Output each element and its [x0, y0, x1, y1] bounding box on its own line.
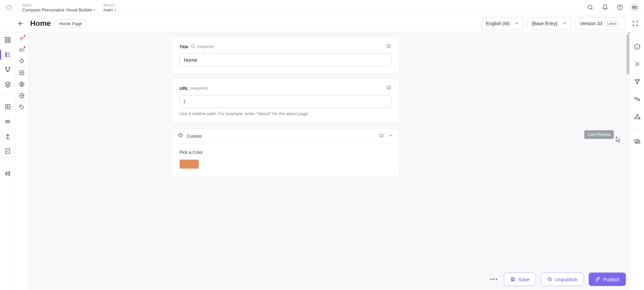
- svg-point-31: [493, 279, 494, 280]
- url-input[interactable]: [179, 95, 391, 108]
- stack-value: Compass Personalize Visual Builder: [22, 7, 92, 12]
- right-rail: [630, 32, 644, 290]
- svg-point-16: [9, 121, 10, 122]
- custom-group: Custom Pick a Color: [172, 129, 399, 177]
- comment-icon[interactable]: [386, 43, 391, 50]
- base-entry-selector[interactable]: [Base Entry]: [527, 17, 571, 30]
- url-field-card: URL (required) Use a relative path. For …: [172, 79, 399, 123]
- version-selector[interactable]: Version 33 Latest: [575, 17, 625, 30]
- svg-point-18: [9, 172, 10, 173]
- notifications-icon[interactable]: [600, 2, 610, 13]
- brand-logo[interactable]: [4, 2, 14, 12]
- svg-point-38: [638, 79, 639, 80]
- color-label: Pick a Color: [179, 150, 391, 155]
- nav-separator: [3, 95, 12, 96]
- chevron-up-icon[interactable]: [388, 133, 393, 140]
- scrollbar-thumb[interactable]: [627, 34, 629, 75]
- more-button[interactable]: [488, 274, 499, 285]
- fullscreen-button[interactable]: [629, 17, 641, 30]
- form-panel: Title (required) URL (requi: [172, 37, 399, 177]
- svg-rect-8: [5, 54, 6, 55]
- footer-actions: Save Unpublish Publish: [488, 273, 626, 286]
- unpublish-button[interactable]: Unpublish: [541, 273, 584, 286]
- stack-selector[interactable]: Stack Compass Personalize Visual Builder…: [22, 3, 95, 12]
- svg-point-2: [620, 9, 620, 9]
- svg-rect-3: [5, 38, 7, 40]
- content-type-badge[interactable]: Home Page: [55, 19, 87, 28]
- page-title: Home: [30, 19, 51, 28]
- language-selector[interactable]: English (M): [482, 17, 524, 30]
- nav-dashboard[interactable]: [2, 34, 13, 46]
- info-panel-icon[interactable]: [632, 42, 642, 52]
- stack-label: Stack: [22, 3, 95, 7]
- main-canvas: ▴ Title (required): [28, 32, 630, 290]
- save-button[interactable]: Save: [504, 273, 536, 286]
- info-icon[interactable]: [191, 44, 195, 49]
- extension-icon: [177, 133, 183, 140]
- title-input[interactable]: [179, 53, 391, 66]
- color-swatch[interactable]: [179, 159, 199, 169]
- field-extension-icon[interactable]: [17, 57, 26, 66]
- required-dot-icon: [24, 35, 25, 37]
- svg-rect-6: [8, 41, 10, 43]
- svg-point-20: [9, 175, 10, 176]
- nav-automation[interactable]: [2, 101, 13, 112]
- rail-separator: [633, 129, 641, 129]
- svg-point-15: [7, 121, 8, 122]
- svg-rect-7: [5, 52, 6, 53]
- nav-releases[interactable]: [2, 116, 13, 127]
- help-icon[interactable]: [614, 2, 625, 13]
- field-input-icon[interactable]: [17, 46, 26, 54]
- topbar: Stack Compass Personalize Visual Builder…: [0, 0, 644, 15]
- comments-panel-icon[interactable]: [632, 137, 642, 147]
- field-tag-icon[interactable]: [17, 103, 26, 111]
- settings-panel-icon[interactable]: [632, 59, 642, 69]
- svg-point-36: [636, 63, 638, 65]
- comment-icon[interactable]: [386, 85, 391, 92]
- url-required: (required): [191, 86, 208, 91]
- avatar[interactable]: RD: [631, 3, 639, 11]
- topbar-actions: RD: [585, 2, 639, 13]
- live-preview-icon[interactable]: [632, 94, 642, 104]
- nav-tasks[interactable]: [2, 145, 13, 157]
- nav-settings[interactable]: [2, 168, 13, 179]
- language-value: English (M): [486, 21, 510, 26]
- required-dot-icon: [24, 46, 25, 48]
- publish-label: Publish: [603, 277, 620, 282]
- add-comment-icon[interactable]: [379, 133, 384, 140]
- svg-point-30: [490, 279, 492, 280]
- svg-rect-44: [636, 141, 640, 144]
- page-header: Home Home Page English (M) [Base Entry] …: [0, 15, 644, 32]
- caret-down-icon: ▾: [114, 8, 116, 12]
- url-label: URL: [179, 86, 189, 91]
- nav-layers[interactable]: [2, 79, 13, 90]
- save-label: Save: [518, 277, 530, 282]
- left-nav: [0, 32, 15, 290]
- chevron-down-icon: [514, 21, 519, 27]
- field-text-icon[interactable]: [17, 34, 26, 43]
- field-grid-icon[interactable]: [17, 68, 26, 77]
- custom-group-title: Custom: [187, 134, 202, 139]
- fields-tray: [15, 32, 28, 290]
- nav-entries[interactable]: [2, 49, 13, 60]
- field-globe-icon[interactable]: [17, 80, 26, 89]
- svg-rect-4: [8, 38, 10, 40]
- title-field-card: Title (required): [172, 37, 399, 73]
- svg-point-32: [496, 279, 497, 280]
- components-panel-icon[interactable]: [632, 111, 642, 122]
- svg-point-19: [5, 173, 6, 174]
- nav-branches[interactable]: [2, 64, 13, 75]
- svg-rect-33: [512, 280, 514, 281]
- base-entry-value: [Base Entry]: [532, 21, 557, 26]
- field-globe-2-icon[interactable]: [17, 91, 26, 100]
- workflow-panel-icon[interactable]: [632, 77, 642, 87]
- publish-button[interactable]: Publish: [589, 273, 626, 286]
- branch-selector[interactable]: Branch main ▾: [103, 3, 116, 12]
- svg-point-14: [6, 121, 6, 122]
- svg-point-41: [635, 117, 636, 119]
- nav-deploy[interactable]: [2, 131, 13, 142]
- custom-group-header[interactable]: Custom: [172, 129, 399, 144]
- search-icon[interactable]: [585, 2, 596, 13]
- scroll-up-icon[interactable]: ▴: [628, 32, 630, 34]
- back-button[interactable]: [15, 18, 26, 29]
